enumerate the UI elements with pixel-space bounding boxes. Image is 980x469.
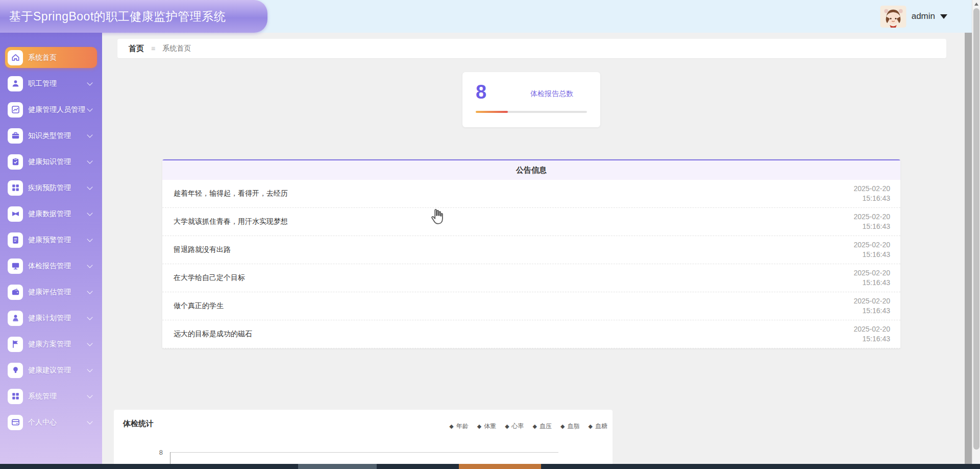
briefcase-icon: [8, 128, 23, 144]
sidebar-item-label: 知识类型管理: [28, 131, 71, 140]
exam-report-total-card: 8 体检报告总数: [462, 72, 600, 127]
announcement-timestamp: 2025-02-2015:16:43: [853, 268, 890, 288]
document-icon: [8, 232, 23, 248]
chevron-down-icon: [87, 366, 92, 372]
sidebar-item-label: 健康管理人员管理: [28, 105, 85, 114]
taskbar-strip: [0, 464, 980, 469]
announcement-panel: 公告信息 趁着年轻，输得起，看得开，去经历 2025-02-2015:16:43…: [162, 159, 900, 348]
breadcrumb: 首页 ≡ 系统首页: [117, 39, 946, 58]
announcement-row[interactable]: 做个真正的学生 2025-02-2015:16:43: [162, 292, 900, 320]
announcement-text: 大学就该抓住青春，用汗水实现梦想: [174, 217, 288, 226]
sidebar-item-health-knowledge[interactable]: 健康知识管理: [5, 151, 97, 172]
chevron-down-icon: [87, 288, 92, 294]
sidebar-item-health-assessment[interactable]: 健康评估管理: [5, 282, 97, 302]
exam-statistics-chart-panel: 体检统计 ◆年龄 ◆体重 ◆心率 ◆血压 ◆血脂 ◆血糖 8: [114, 410, 612, 466]
legend-item-blood-sugar[interactable]: ◆血糖: [589, 422, 607, 431]
announcement-timestamp: 2025-02-2015:16:43: [853, 212, 890, 231]
sidebar-item-health-warning[interactable]: 健康预警管理: [5, 229, 97, 250]
announcement-row[interactable]: 大学就该抓住青春，用汗水实现梦想 2025-02-2015:16:43: [162, 208, 900, 236]
person-icon: [8, 311, 23, 326]
announcement-text: 留退路就没有出路: [174, 245, 231, 254]
sidebar-nav: 系统首页 职工管理 健康管理人员管理 知识类型管理 健康知识管理 疾病预防管理: [0, 33, 102, 464]
id-card-icon: [8, 415, 23, 430]
sidebar-item-label: 系统首页: [28, 53, 57, 62]
sidebar-item-label: 系统管理: [28, 392, 57, 401]
scroll-up-arrow-icon[interactable]: [974, 3, 978, 6]
monitor-icon: [8, 259, 23, 274]
chevron-down-icon: [87, 236, 92, 242]
app-window: 基于SpringBoot的职工健康监护管理系统 admin 系统首页 职工管理 …: [0, 0, 980, 469]
window-scrollbar-thumb[interactable]: [973, 8, 979, 450]
user-avatar-image[interactable]: [880, 6, 906, 28]
sidebar-item-label: 健康知识管理: [28, 157, 71, 167]
flag-icon: [8, 337, 23, 352]
legend-item-age[interactable]: ◆年龄: [449, 422, 468, 431]
data-icon: [8, 206, 23, 222]
announcement-panel-title: 公告信息: [162, 160, 900, 180]
sidebar-item-label: 体检报告管理: [28, 262, 71, 271]
diamond-icon: ◆: [589, 423, 593, 430]
sidebar-item-staff[interactable]: 职工管理: [5, 73, 97, 94]
announcement-text: 在大学给自己定个目标: [174, 273, 245, 283]
sidebar-item-label: 职工管理: [28, 79, 57, 88]
username-label[interactable]: admin: [912, 11, 935, 21]
legend-item-weight[interactable]: ◆体重: [477, 422, 496, 431]
chevron-down-icon: [87, 184, 92, 190]
announcement-row[interactable]: 留退路就没有出路 2025-02-2015:16:43: [162, 236, 900, 264]
sidebar-item-label: 健康预警管理: [28, 236, 71, 245]
announcement-row[interactable]: 在大学给自己定个目标 2025-02-2015:16:43: [162, 264, 900, 292]
clipboard-check-icon: [8, 154, 23, 170]
announcement-timestamp: 2025-02-2015:16:43: [853, 324, 890, 344]
sidebar-item-knowledge-type[interactable]: 知识类型管理: [5, 125, 97, 146]
chart-title: 体检统计: [123, 419, 154, 429]
taskbar-segment: [298, 464, 377, 469]
page-scrollbar-thumb[interactable]: [965, 33, 972, 464]
sidebar-item-health-scheme[interactable]: 健康方案管理: [5, 334, 97, 355]
announcement-text: 远大的目标是成功的磁石: [174, 330, 252, 339]
sidebar-item-label: 健康评估管理: [28, 288, 71, 297]
app-title: 基于SpringBoot的职工健康监护管理系统: [9, 9, 226, 25]
sidebar-item-personal[interactable]: 个人中心: [5, 412, 97, 433]
announcement-timestamp: 2025-02-2015:16:43: [853, 296, 890, 316]
sidebar-item-label: 健康建议管理: [28, 366, 71, 375]
diamond-icon: ◆: [533, 423, 537, 430]
user-dropdown-caret-icon[interactable]: [940, 14, 947, 19]
announcement-timestamp: 2025-02-2015:16:43: [853, 184, 890, 203]
diamond-icon: ◆: [449, 423, 453, 430]
announcement-timestamp: 2025-02-2015:16:43: [853, 240, 890, 260]
diamond-icon: ◆: [560, 423, 565, 430]
chevron-down-icon: [87, 158, 92, 163]
sidebar-item-health-plan[interactable]: 健康计划管理: [5, 308, 97, 329]
sidebar-item-label: 健康方案管理: [28, 340, 71, 349]
sidebar-item-system[interactable]: 系统管理: [5, 386, 97, 407]
legend-item-blood-pressure[interactable]: ◆血压: [533, 422, 552, 431]
breadcrumb-root[interactable]: 首页: [129, 44, 144, 54]
sidebar-item-home[interactable]: 系统首页: [5, 47, 97, 68]
wallet-icon: [8, 285, 23, 300]
chart-legend: ◆年龄 ◆体重 ◆心率 ◆血压 ◆血脂 ◆血糖: [449, 422, 607, 431]
y-axis-tick: 8: [151, 449, 163, 456]
window-scrollbar[interactable]: [972, 0, 980, 469]
chevron-down-icon: [87, 340, 92, 346]
user-menu[interactable]: admin: [880, 0, 947, 33]
sidebar-item-disease-prevention[interactable]: 疾病预防管理: [5, 177, 97, 198]
chart-gridline: [170, 452, 558, 453]
chevron-down-icon: [87, 262, 92, 268]
diamond-icon: ◆: [505, 423, 509, 430]
sidebar-item-health-advice[interactable]: 健康建议管理: [5, 360, 97, 381]
chevron-down-icon: [87, 418, 92, 424]
chevron-down-icon: [87, 80, 92, 85]
chevron-down-icon: [87, 132, 92, 137]
sidebar-item-label: 健康数据管理: [28, 209, 71, 219]
legend-item-blood-lipid[interactable]: ◆血脂: [560, 422, 579, 431]
announcement-row[interactable]: 远大的目标是成功的磁石 2025-02-2015:16:43: [162, 320, 900, 348]
announcement-row[interactable]: 趁着年轻，输得起，看得开，去经历 2025-02-2015:16:43: [162, 180, 900, 208]
chevron-down-icon: [87, 392, 92, 398]
lightbulb-icon: [8, 363, 23, 378]
sidebar-item-exam-report[interactable]: 体检报告管理: [5, 255, 97, 276]
sidebar-item-health-manager[interactable]: 健康管理人员管理: [5, 99, 97, 120]
legend-item-heart-rate[interactable]: ◆心率: [505, 422, 524, 431]
sidebar-item-label: 个人中心: [28, 418, 57, 427]
taskbar-segment: [459, 464, 541, 469]
sidebar-item-health-data[interactable]: 健康数据管理: [5, 203, 97, 224]
